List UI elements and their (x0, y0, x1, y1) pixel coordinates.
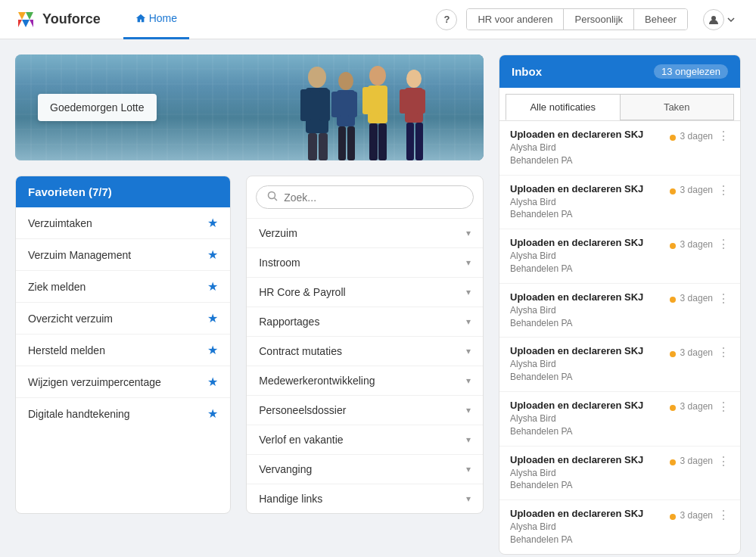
main-content: Goedemorgen Lotte Favorieten (7/7) Verzu… (0, 39, 756, 557)
search-input-wrap[interactable] (256, 185, 474, 209)
logo-area[interactable]: Youforce (15, 9, 101, 30)
svg-marker-3 (22, 20, 30, 27)
inbox-notifications-list: Uploaden en declareren SKJ Alysha BirdBe… (499, 121, 740, 554)
chevron-down-icon: ▾ (466, 464, 471, 475)
app-title: Youforce (42, 11, 101, 27)
nav-links: Home (123, 0, 437, 39)
inbox-tabs: Alle notificaties Taken (499, 88, 740, 121)
fav-item-ziek-melden[interactable]: Ziek melden ★ (16, 271, 230, 303)
notification-menu-icon[interactable]: ⋮ (717, 237, 730, 251)
notification-item: Uploaden en declareren SKJ Alysha BirdBe… (499, 121, 740, 176)
fav-item-overzicht-verzuim[interactable]: Overzicht verzuim ★ (16, 303, 230, 335)
menu-item-personeelsdossier[interactable]: Personeelsdossier ▾ (247, 396, 483, 425)
nav-home[interactable]: Home (123, 0, 189, 39)
svg-point-24 (406, 70, 422, 88)
notification-item: Uploaden en declareren SKJ Alysha BirdBe… (499, 500, 740, 554)
fav-item-verzuim-management[interactable]: Verzuim Management ★ (16, 239, 230, 271)
menu-item-medewerkerontwikkeling[interactable]: Medewerkerontwikkeling ▾ (247, 366, 483, 396)
svg-rect-11 (319, 133, 328, 160)
menu-item-verzuim[interactable]: Verzuim ▾ (247, 219, 483, 248)
svg-rect-28 (406, 123, 414, 160)
star-icon: ★ (207, 311, 218, 325)
chevron-down-icon: ▾ (466, 375, 471, 386)
fav-item-verzuimtaken[interactable]: Verzuimtaken ★ (16, 207, 230, 239)
inbox-panel: Inbox 13 ongelezen Alle notificaties Tak… (499, 54, 741, 555)
tab-hr-voor-anderen[interactable]: HR voor anderen (467, 9, 564, 30)
menu-item-vervanging[interactable]: Vervanging ▾ (247, 455, 483, 484)
notification-menu-icon[interactable]: ⋮ (717, 400, 730, 414)
chevron-down-icon: ▾ (466, 493, 471, 504)
unread-dot (670, 514, 676, 520)
notification-item: Uploaden en declareren SKJ Alysha BirdBe… (499, 229, 740, 284)
menu-item-rapportages[interactable]: Rapportages ▾ (247, 307, 483, 337)
svg-line-31 (275, 198, 278, 201)
star-icon: ★ (207, 343, 218, 357)
svg-rect-26 (400, 89, 409, 114)
notification-menu-icon[interactable]: ⋮ (717, 345, 730, 359)
chevron-down-icon: ▾ (466, 287, 471, 297)
notification-menu-icon[interactable]: ⋮ (717, 454, 730, 468)
svg-rect-20 (331, 92, 341, 117)
chevron-down-icon: ▾ (466, 228, 471, 238)
notification-menu-icon[interactable]: ⋮ (717, 291, 730, 306)
notification-menu-icon[interactable]: ⋮ (717, 508, 730, 522)
chevron-down-icon: ▾ (466, 257, 471, 268)
svg-marker-2 (18, 20, 22, 27)
menu-list: Verzuim ▾ Instroom ▾ HR Core & Payroll ▾… (247, 219, 483, 513)
unread-dot (670, 135, 676, 141)
star-icon: ★ (207, 375, 218, 389)
svg-point-18 (338, 72, 353, 90)
unread-dot (670, 188, 676, 194)
favorites-panel: Favorieten (7/7) Verzuimtaken ★ Verzuim … (15, 176, 231, 514)
notification-item: Uploaden en declareren SKJ Alysha BirdBe… (499, 338, 740, 392)
top-navigation: Youforce Home ? HR voor anderen Persoonl… (0, 0, 756, 39)
profile-chevron-icon (727, 17, 735, 22)
favorites-list: Verzuimtaken ★ Verzuim Management ★ Ziek… (16, 207, 230, 429)
right-panel: Inbox 13 ongelezen Alle notificaties Tak… (499, 54, 741, 555)
svg-marker-0 (18, 12, 26, 20)
chevron-down-icon: ▾ (466, 434, 471, 445)
notification-item: Uploaden en declareren SKJ Alysha BirdBe… (499, 176, 740, 230)
tab-taken[interactable]: Taken (620, 94, 735, 120)
unread-dot (670, 405, 676, 411)
svg-rect-15 (377, 87, 386, 114)
menu-item-contract-mutaties[interactable]: Contract mutaties ▾ (247, 337, 483, 366)
svg-rect-8 (300, 89, 311, 121)
svg-point-6 (308, 67, 326, 88)
tab-alle-notificaties[interactable]: Alle notificaties (506, 94, 620, 120)
left-panel: Goedemorgen Lotte Favorieten (7/7) Verzu… (15, 54, 499, 555)
star-icon: ★ (207, 406, 218, 421)
unread-dot (670, 243, 676, 249)
svg-marker-1 (26, 12, 33, 20)
hero-banner: Goedemorgen Lotte (15, 54, 484, 160)
unread-dot (670, 297, 676, 303)
notification-item: Uploaden en declareren SKJ Alysha BirdBe… (499, 447, 740, 501)
menu-item-hr-core-payroll[interactable]: HR Core & Payroll ▾ (247, 278, 483, 307)
tab-persoonlijk[interactable]: Persoonlijk (564, 9, 634, 30)
fav-item-wijzigen-verzuimpercentage[interactable]: Wijzigen verzuimpercentage ★ (16, 366, 230, 398)
svg-rect-9 (319, 89, 330, 121)
topnav-right: ? HR voor anderen Persoonlijk Beheer (436, 6, 741, 33)
search-bar (247, 176, 483, 219)
help-button[interactable]: ? (436, 9, 457, 30)
star-icon: ★ (207, 216, 218, 230)
notification-menu-icon[interactable]: ⋮ (717, 129, 730, 143)
greeting-badge: Goedemorgen Lotte (38, 94, 157, 121)
tab-beheer[interactable]: Beheer (634, 9, 687, 30)
fav-item-digitale-handtekening[interactable]: Digitale handtekening ★ (16, 398, 230, 429)
hero-people-illustration (211, 62, 484, 160)
notification-menu-icon[interactable]: ⋮ (717, 183, 730, 198)
svg-rect-10 (308, 133, 317, 160)
svg-rect-22 (338, 126, 346, 160)
home-icon (135, 13, 146, 23)
menu-item-verlof-vakantie[interactable]: Verlof en vakantie ▾ (247, 425, 483, 455)
menu-item-handige-links[interactable]: Handige links ▾ (247, 484, 483, 513)
star-icon: ★ (207, 247, 218, 262)
profile-button[interactable] (697, 6, 741, 33)
inbox-header: Inbox 13 ongelezen (499, 55, 740, 88)
notification-item: Uploaden en declareren SKJ Alysha BirdBe… (499, 392, 740, 447)
search-input[interactable] (284, 191, 462, 204)
inbox-unread-badge: 13 ongelezen (654, 64, 728, 79)
menu-item-instroom[interactable]: Instroom ▾ (247, 248, 483, 278)
fav-item-hersteld-melden[interactable]: Hersteld melden ★ (16, 335, 230, 366)
